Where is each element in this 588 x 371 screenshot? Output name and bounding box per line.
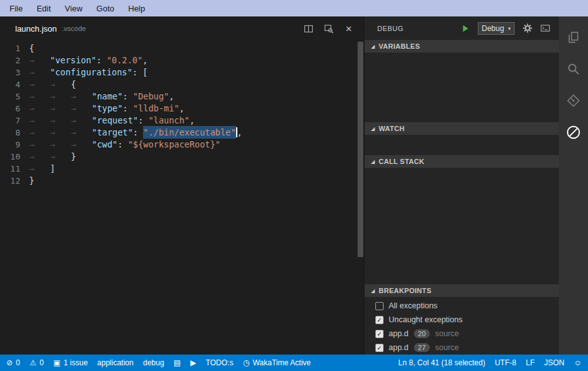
code-area[interactable]: 1{2→"version": "0.2.0",3→"configurations…: [0, 41, 364, 355]
breakpoint-item[interactable]: ✓app.d27source: [365, 341, 559, 355]
code-line[interactable]: 8→→→"target": "./bin/executable",: [0, 127, 364, 139]
activity-search-icon[interactable]: [559, 53, 588, 85]
close-tab-icon[interactable]: ×: [344, 23, 354, 34]
line-number: 8: [0, 127, 29, 139]
start-debug-icon[interactable]: [460, 23, 470, 34]
code-line[interactable]: 1{: [0, 42, 364, 54]
code-token: "Debug": [133, 91, 169, 101]
line-content: →"version": "0.2.0",: [29, 54, 147, 66]
breakpoint-line-badge: 27: [414, 343, 429, 352]
line-number: 2: [0, 54, 29, 66]
status-eol[interactable]: LF: [526, 358, 535, 367]
whitespace-tab-icon: →: [29, 151, 50, 163]
editor-region: launch.json .vscode × 1{2→"version": "0.…: [0, 16, 364, 355]
breakpoint-label: Uncaught exceptions: [389, 315, 463, 324]
code-token: ,: [179, 103, 184, 113]
code-token: "name": [92, 91, 123, 101]
menu-item-help[interactable]: Help: [122, 2, 153, 15]
breakpoint-checkbox[interactable]: ✓: [375, 316, 384, 324]
warning-count-icon: ⚠: [30, 359, 37, 367]
code-token: :: [118, 139, 128, 149]
breakpoint-item[interactable]: ✓Uncaught exceptions: [365, 313, 559, 327]
section-header-call-stack[interactable]: ◢ CALL STACK: [365, 155, 559, 168]
section-header-watch[interactable]: ◢ WATCH: [365, 122, 559, 135]
breakpoint-label: All exceptions: [389, 301, 437, 310]
section-label: BREAKPOINTS: [378, 287, 431, 294]
whitespace-tab-icon: →: [29, 79, 50, 91]
split-editor-icon[interactable]: [303, 23, 313, 34]
status-error-count[interactable]: ⊘0: [6, 358, 20, 367]
section-header-variables[interactable]: ◢ VARIABLES: [365, 40, 559, 53]
code-line[interactable]: 7→→→"request": "launch",: [0, 115, 364, 127]
code-line[interactable]: 2→"version": "0.2.0",: [0, 54, 364, 66]
task-application-label: application: [97, 358, 134, 367]
code-line[interactable]: 6→→→"type": "lldb-mi",: [0, 103, 364, 115]
line-number: 5: [0, 91, 29, 103]
whitespace-tab-icon: →: [50, 79, 71, 91]
code-token: }: [29, 175, 34, 186]
code-token: "cwd": [92, 139, 118, 149]
code-token: "target": [92, 127, 133, 137]
activity-source-control-icon[interactable]: [559, 85, 588, 116]
line-number: 6: [0, 103, 29, 115]
status-issues[interactable]: ▣1 issue: [53, 358, 87, 367]
status-warning-count[interactable]: ⚠0: [30, 358, 44, 367]
error-count-icon: ⊘: [6, 359, 13, 367]
section-header-breakpoints[interactable]: ◢ BREAKPOINTS: [365, 284, 559, 297]
menu-item-goto[interactable]: Goto: [89, 2, 121, 15]
code-line[interactable]: 11→]: [0, 163, 364, 175]
twisty-icon: ◢: [371, 159, 375, 165]
line-content: →]: [29, 163, 55, 175]
cursor-position-label: Ln 8, Col 41 (18 selected): [398, 358, 485, 367]
whitespace-tab-icon: →: [50, 151, 71, 163]
code-line[interactable]: 4→→{: [0, 79, 364, 91]
status-language-mode[interactable]: JSON: [544, 358, 565, 367]
code-line[interactable]: 12}: [0, 175, 364, 187]
activity-explorer-icon[interactable]: [559, 22, 588, 53]
line-number: 12: [0, 175, 29, 187]
wakatime-icon: ◷: [243, 359, 249, 367]
code-token: :: [132, 67, 142, 77]
whitespace-tab-icon: →: [29, 66, 50, 79]
whitespace-tab-icon: →: [50, 91, 71, 103]
menu-item-file[interactable]: File: [3, 2, 30, 15]
warning-count-label: 0: [40, 358, 44, 367]
code-line[interactable]: 5→→→"name": "Debug",: [0, 91, 364, 103]
status-encoding[interactable]: UTF-8: [495, 358, 516, 367]
breakpoint-checkbox[interactable]: [375, 302, 384, 310]
menu-item-view[interactable]: View: [58, 2, 89, 15]
code-token: [: [142, 67, 147, 77]
open-preview-icon[interactable]: [323, 23, 334, 34]
file-indicator-icon: ▤: [173, 359, 180, 367]
status-task-application[interactable]: application: [97, 358, 134, 367]
whitespace-tab-icon: →: [71, 127, 92, 139]
scrollbar-thumb[interactable]: [358, 42, 363, 257]
status-cursor-position[interactable]: Ln 8, Col 41 (18 selected): [398, 358, 485, 367]
breakpoint-item[interactable]: All exceptions: [365, 299, 559, 313]
status-file-indicator[interactable]: ▤: [173, 359, 180, 367]
status-task-debug[interactable]: debug: [143, 358, 164, 367]
code-line[interactable]: 3→"configurations": [: [0, 66, 364, 79]
breakpoint-item[interactable]: ✓app.d20source: [365, 327, 559, 341]
code-token: :: [123, 103, 133, 113]
status-run-task[interactable]: ▶: [191, 359, 196, 367]
section-label: WATCH: [378, 125, 404, 132]
line-content: →→→"request": "launch",: [29, 115, 195, 127]
status-todos[interactable]: TODO:s: [206, 358, 234, 367]
debug-console-icon[interactable]: [540, 23, 550, 34]
activity-debug-icon[interactable]: [559, 116, 588, 148]
status-feedback[interactable]: ☺: [574, 359, 582, 367]
breakpoint-checkbox[interactable]: ✓: [375, 344, 384, 352]
editor-scrollbar[interactable]: [357, 41, 364, 355]
breakpoint-checkbox[interactable]: ✓: [375, 330, 384, 338]
debug-config-dropdown[interactable]: Debug ▾: [478, 22, 515, 35]
line-content: →→→"target": "./bin/executable",: [29, 127, 242, 139]
debug-settings-gear-icon[interactable]: [522, 23, 532, 34]
menu-item-edit[interactable]: Edit: [30, 2, 58, 15]
status-wakatime[interactable]: ◷WakaTime Active: [243, 358, 311, 367]
editor-tab[interactable]: launch.json .vscode ×: [0, 16, 364, 41]
whitespace-tab-icon: →: [29, 54, 50, 66]
whitespace-tab-icon: →: [50, 115, 71, 127]
code-line[interactable]: 10→→}: [0, 151, 364, 163]
code-line[interactable]: 9→→→"cwd": "${workspaceRoot}": [0, 139, 364, 151]
